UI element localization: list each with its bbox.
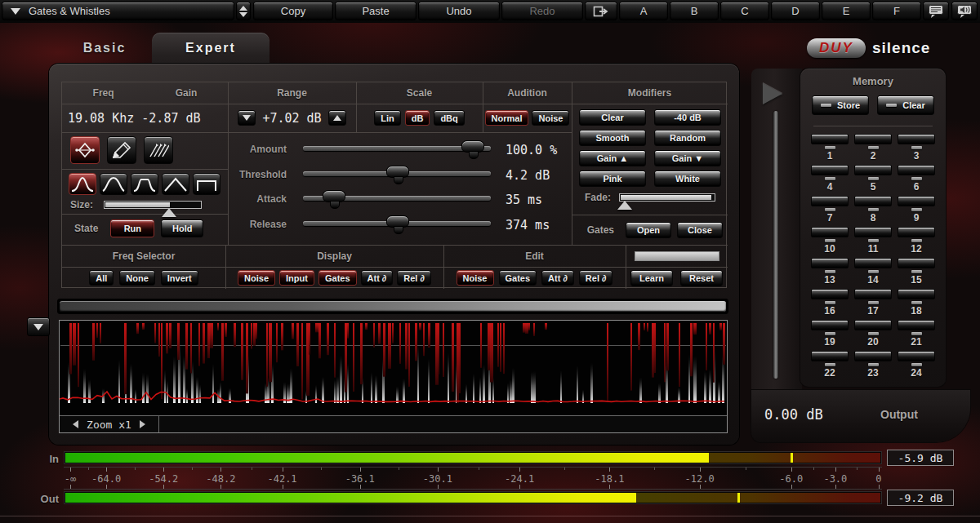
freq_selector-none-button[interactable]: None xyxy=(119,270,155,286)
audio-hints-button[interactable] xyxy=(951,2,978,20)
memory-slot-7[interactable]: 7 xyxy=(811,196,849,224)
memory-slot-14[interactable]: 14 xyxy=(854,258,892,286)
memory-slot-button[interactable] xyxy=(898,258,935,268)
shape-plateau-button[interactable] xyxy=(131,173,158,195)
bank-d[interactable]: D xyxy=(771,2,820,20)
memory-slot-button[interactable] xyxy=(854,134,892,144)
redo-button[interactable]: Redo xyxy=(501,2,583,20)
shape-rectangle-button[interactable] xyxy=(193,173,220,195)
memory-slot-1[interactable]: 1 xyxy=(811,134,849,162)
size-slider[interactable] xyxy=(104,201,202,209)
memory-slot-button[interactable] xyxy=(898,196,935,206)
edit-rel-button[interactable]: Rel ∂ xyxy=(579,270,613,286)
memory-slot-button[interactable] xyxy=(854,227,892,237)
release-slider[interactable] xyxy=(303,221,491,226)
audition-noise-button[interactable]: Noise xyxy=(532,110,569,126)
tab-expert[interactable]: Expert xyxy=(152,33,270,65)
bank-b[interactable]: B xyxy=(670,2,719,20)
edit-noise-button[interactable]: Noise xyxy=(457,270,494,286)
range-up-button[interactable] xyxy=(328,110,346,126)
memory-slot-9[interactable]: 9 xyxy=(898,196,935,224)
amount-slider[interactable] xyxy=(303,146,491,151)
freq_selector-invert-button[interactable]: Invert xyxy=(161,270,198,286)
shape-narrow-bell-button[interactable] xyxy=(69,173,96,195)
memory-slot-button[interactable] xyxy=(898,165,935,175)
memory-slot-8[interactable]: 8 xyxy=(854,196,892,224)
gates-close-button[interactable]: Close xyxy=(677,222,723,238)
display-input-button[interactable]: Input xyxy=(279,270,314,286)
memory-slot-button[interactable] xyxy=(811,258,849,268)
modifier-gain-button[interactable]: Gain ▼ xyxy=(654,150,721,166)
memory-slot-button[interactable] xyxy=(854,320,892,330)
audition-normal-button[interactable]: Normal xyxy=(485,110,529,126)
memory-slot-22[interactable]: 22 xyxy=(811,351,849,379)
memory-slot-button[interactable] xyxy=(854,351,892,361)
threshold-slider[interactable] xyxy=(303,171,491,176)
edit-gates-button[interactable]: Gates xyxy=(499,270,537,286)
memory-store-button[interactable]: Store xyxy=(812,95,869,115)
memory-clear-button[interactable]: Clear xyxy=(877,95,934,115)
copy-button[interactable]: Copy xyxy=(253,2,333,20)
memory-slot-button[interactable] xyxy=(854,258,892,268)
scale-dbq-button[interactable]: dBq xyxy=(434,110,464,126)
memory-slot-button[interactable] xyxy=(898,320,935,330)
memory-slot-21[interactable]: 21 xyxy=(898,320,935,348)
node-tool-button[interactable] xyxy=(70,136,100,164)
memory-slot-4[interactable]: 4 xyxy=(811,165,849,193)
spectrum-display[interactable]: Zoom x1 xyxy=(59,320,728,433)
spectrum-options-button[interactable] xyxy=(27,317,50,336)
memory-slot-button[interactable] xyxy=(811,351,849,361)
memory-slot-24[interactable]: 24 xyxy=(898,351,935,379)
paste-button[interactable]: Paste xyxy=(335,2,416,20)
tab-basic[interactable]: Basic xyxy=(64,38,145,59)
display-noise-button[interactable]: Noise xyxy=(238,270,275,286)
range-down-button[interactable] xyxy=(238,110,256,126)
memory-slot-23[interactable]: 23 xyxy=(854,351,892,379)
modifier-white-button[interactable]: White xyxy=(654,171,721,187)
freq_selector-all-button[interactable]: All xyxy=(89,270,114,286)
gates-open-button[interactable]: Open xyxy=(626,222,671,238)
copy-to-bank-button[interactable] xyxy=(585,2,617,20)
memory-slot-button[interactable] xyxy=(898,351,935,361)
bank-c[interactable]: C xyxy=(720,2,769,20)
memory-slot-button[interactable] xyxy=(854,196,892,206)
modifier-clear-button[interactable]: Clear xyxy=(579,109,646,126)
modifier-smooth-button[interactable]: Smooth xyxy=(579,130,646,146)
memory-slot-10[interactable]: 10 xyxy=(811,227,849,255)
memory-slot-19[interactable]: 19 xyxy=(811,320,849,348)
memory-slot-button[interactable] xyxy=(811,227,849,237)
notes-button[interactable] xyxy=(923,2,949,20)
display-rel-button[interactable]: Rel ∂ xyxy=(397,270,431,286)
modifier-random-button[interactable]: Random xyxy=(654,130,721,146)
reset-button[interactable]: Reset xyxy=(680,270,723,286)
memory-slot-18[interactable]: 18 xyxy=(898,289,935,317)
scale-db-button[interactable]: dB xyxy=(405,110,430,126)
modifier-pink-button[interactable]: Pink xyxy=(579,171,646,187)
memory-slot-3[interactable]: 3 xyxy=(898,134,935,162)
modifier-gain-button[interactable]: Gain ▲ xyxy=(579,150,646,166)
memory-slot-6[interactable]: 6 xyxy=(898,165,935,193)
zoom-out-icon[interactable] xyxy=(73,420,78,428)
memory-slot-5[interactable]: 5 xyxy=(854,165,892,193)
memory-slot-13[interactable]: 13 xyxy=(811,258,849,286)
memory-slot-button[interactable] xyxy=(854,165,892,175)
memory-slot-button[interactable] xyxy=(898,227,935,237)
memory-slot-button[interactable] xyxy=(854,289,892,299)
bank-f[interactable]: F xyxy=(872,2,921,20)
memory-slot-button[interactable] xyxy=(898,134,935,144)
output-fader-thumb[interactable] xyxy=(763,83,782,104)
output-fader-track[interactable] xyxy=(773,111,778,379)
preset-selector[interactable]: Gates & Whistles xyxy=(2,2,234,20)
spectrum-scrollbar[interactable] xyxy=(57,299,728,314)
attack-slider-thumb[interactable] xyxy=(323,190,345,202)
memory-slot-button[interactable] xyxy=(811,196,849,206)
hold-button[interactable]: Hold xyxy=(161,219,203,237)
fade-slider[interactable] xyxy=(619,193,715,202)
memory-slot-button[interactable] xyxy=(811,320,849,330)
memory-slot-button[interactable] xyxy=(811,289,849,299)
release-slider-thumb[interactable] xyxy=(386,215,409,228)
edit-att-button[interactable]: Att ∂ xyxy=(541,270,574,286)
fade-slider-thumb[interactable] xyxy=(617,201,632,210)
size-slider-thumb[interactable] xyxy=(162,208,176,217)
undo-button[interactable]: Undo xyxy=(418,2,500,20)
